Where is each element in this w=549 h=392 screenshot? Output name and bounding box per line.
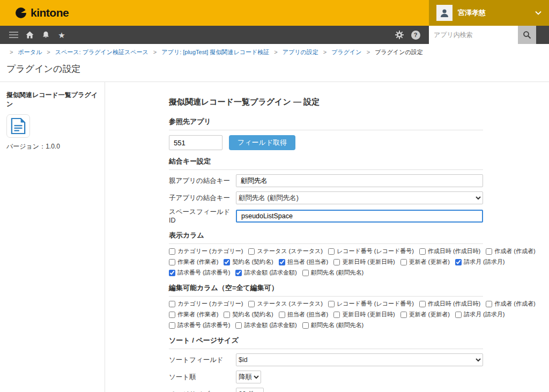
editable-column-checkbox[interactable] bbox=[455, 312, 462, 318]
display-column-checkbox[interactable] bbox=[248, 248, 255, 255]
section-display-columns: 表示カラム カテゴリー (カテゴリー) ステータス (ステータス) bbox=[169, 231, 483, 277]
page-title-bar: プラグインの設定 bbox=[0, 58, 549, 82]
breadcrumb-item: > プラグイン bbox=[320, 49, 363, 55]
editable-column-label: 顧問先名 (顧問先名) bbox=[311, 321, 363, 329]
editable-column-checkbox[interactable] bbox=[328, 301, 335, 307]
breadcrumb-link[interactable]: スペース: プラグイン検証スペース bbox=[55, 49, 149, 55]
editable-column-item[interactable]: カテゴリー (カテゴリー) bbox=[169, 300, 243, 308]
editable-column-item[interactable]: 顧問先名 (顧問先名) bbox=[302, 321, 363, 329]
editable-column-checkbox[interactable] bbox=[169, 322, 175, 329]
breadcrumb-link[interactable]: プラグイン bbox=[331, 49, 361, 55]
display-column-label: 顧問先名 (顧問先名) bbox=[311, 269, 363, 277]
display-column-checkbox[interactable] bbox=[169, 259, 175, 265]
section-heading-display-columns: 表示カラム bbox=[169, 231, 483, 244]
editable-column-item[interactable]: 請求金額 (請求金額) bbox=[235, 321, 296, 329]
editable-column-item[interactable]: 作成日時 (作成日時) bbox=[419, 300, 480, 308]
display-column-item[interactable]: レコード番号 (レコード番号) bbox=[328, 247, 414, 255]
display-column-item[interactable]: 作業者 (作業者) bbox=[169, 258, 218, 266]
editable-column-label: 作成日時 (作成日時) bbox=[428, 300, 480, 308]
user-menu[interactable]: 宮澤孝慈 bbox=[429, 0, 549, 26]
breadcrumb-link[interactable]: ポータル bbox=[18, 49, 42, 55]
display-column-label: 請求月 (請求月) bbox=[464, 258, 505, 266]
display-column-checkbox[interactable] bbox=[486, 248, 492, 255]
display-column-item[interactable]: 請求金額 (請求金額) bbox=[235, 269, 296, 277]
editable-column-item[interactable]: 更新者 (更新者) bbox=[400, 310, 450, 319]
hamburger-menu-icon[interactable] bbox=[5, 26, 21, 44]
breadcrumb-separator: > bbox=[367, 49, 370, 55]
search-button[interactable] bbox=[518, 26, 536, 44]
settings-gear-icon[interactable] bbox=[391, 26, 407, 44]
display-column-item[interactable]: 担当者 (担当者) bbox=[279, 258, 328, 266]
display-column-item[interactable]: 顧問先名 (顧問先名) bbox=[302, 269, 363, 277]
page-size-select[interactable]: 20 件 bbox=[236, 388, 264, 392]
app-id-input[interactable] bbox=[169, 135, 222, 150]
editable-column-label: 作成者 (作成者) bbox=[494, 300, 535, 308]
display-column-item[interactable]: 更新日時 (更新日時) bbox=[333, 258, 395, 266]
editable-column-item[interactable]: 請求月 (請求月) bbox=[455, 310, 505, 319]
sort-field-label: ソートフィールド bbox=[169, 356, 236, 365]
fetch-fields-button[interactable]: フィールド取得 bbox=[229, 135, 295, 150]
editable-column-checkbox[interactable] bbox=[419, 301, 426, 307]
editable-column-checkbox[interactable] bbox=[235, 322, 242, 329]
display-column-item[interactable]: 請求番号 (請求番号) bbox=[169, 269, 230, 277]
editable-column-item[interactable]: 更新日時 (更新日時) bbox=[333, 310, 395, 319]
kintone-logo[interactable]: kintone bbox=[15, 6, 69, 19]
display-column-item[interactable]: 請求月 (請求月) bbox=[455, 258, 505, 266]
editable-column-item[interactable]: 契約名 (契約名) bbox=[224, 310, 273, 319]
editable-column-checkbox[interactable] bbox=[279, 312, 285, 318]
display-column-item[interactable]: 作成者 (作成者) bbox=[486, 247, 535, 255]
editable-column-checkbox[interactable] bbox=[486, 301, 492, 307]
section-heading-reference-app: 参照先アプリ bbox=[169, 117, 483, 130]
display-column-checkbox[interactable] bbox=[169, 248, 175, 255]
editable-column-checkbox[interactable] bbox=[169, 312, 175, 318]
global-navbar: ★ ? bbox=[0, 26, 549, 44]
search-input[interactable] bbox=[429, 26, 518, 44]
kintone-logo-icon bbox=[15, 7, 27, 19]
display-column-checkbox[interactable] bbox=[333, 259, 340, 265]
display-column-item[interactable]: 更新者 (更新者) bbox=[400, 258, 450, 266]
child-key-select[interactable]: 顧問先名 (顧問先名) bbox=[236, 191, 483, 204]
editable-column-checkbox[interactable] bbox=[333, 312, 340, 318]
display-column-item[interactable]: カテゴリー (カテゴリー) bbox=[169, 247, 243, 255]
editable-column-checkbox[interactable] bbox=[224, 312, 230, 318]
editable-column-item[interactable]: 作成者 (作成者) bbox=[486, 300, 535, 308]
display-column-checkbox[interactable] bbox=[169, 270, 175, 276]
editable-column-checkbox[interactable] bbox=[248, 301, 255, 307]
help-icon[interactable]: ? bbox=[407, 26, 424, 44]
display-column-checkbox[interactable] bbox=[235, 270, 242, 276]
editable-column-checkbox[interactable] bbox=[302, 322, 309, 329]
home-icon[interactable] bbox=[21, 26, 38, 44]
content-area: 擬似関連レコード一覧プラグイン バージョン：1.0.0 擬似関連レコード一覧プラ… bbox=[0, 82, 549, 392]
editable-column-checkbox[interactable] bbox=[400, 312, 407, 318]
notification-bell-icon[interactable] bbox=[38, 26, 54, 44]
display-column-item[interactable]: ステータス (ステータス) bbox=[248, 247, 322, 255]
breadcrumb-link[interactable]: アプリ: [plugTest] 擬似関連レコード検証 bbox=[161, 49, 269, 55]
editable-column-item[interactable]: レコード番号 (レコード番号) bbox=[328, 300, 414, 308]
editable-column-item[interactable]: 作業者 (作業者) bbox=[169, 310, 218, 319]
display-column-item[interactable]: 契約名 (契約名) bbox=[224, 258, 273, 266]
editable-column-item[interactable]: ステータス (ステータス) bbox=[248, 300, 322, 308]
editable-column-label: カテゴリー (カテゴリー) bbox=[177, 300, 243, 308]
breadcrumb-item: > プラグインの設定 bbox=[363, 49, 423, 55]
parent-key-input[interactable] bbox=[236, 174, 483, 187]
display-column-item[interactable]: 作成日時 (作成日時) bbox=[419, 247, 480, 255]
breadcrumb-link[interactable]: アプリの設定 bbox=[283, 49, 318, 55]
sort-field-select[interactable]: $id bbox=[236, 353, 483, 366]
section-heading-sort-pagesize: ソート / ページサイズ bbox=[169, 336, 483, 349]
page-size-row: ページサイズ 20 件 bbox=[169, 387, 483, 392]
display-column-checkbox[interactable] bbox=[455, 259, 462, 265]
editable-column-checkbox[interactable] bbox=[169, 301, 175, 307]
display-column-checkbox[interactable] bbox=[419, 248, 426, 255]
sort-order-select[interactable]: 降順 bbox=[236, 371, 261, 383]
display-column-checkbox[interactable] bbox=[328, 248, 335, 255]
editable-column-label: 契約名 (契約名) bbox=[232, 310, 273, 319]
favorite-star-icon[interactable]: ★ bbox=[54, 26, 70, 44]
display-column-checkbox[interactable] bbox=[400, 259, 407, 265]
editable-column-item[interactable]: 担当者 (担当者) bbox=[279, 310, 328, 319]
space-field-input[interactable] bbox=[236, 210, 483, 223]
display-column-checkbox[interactable] bbox=[279, 259, 285, 265]
display-column-checkbox[interactable] bbox=[224, 259, 230, 265]
display-column-checkbox[interactable] bbox=[302, 270, 309, 276]
display-column-label: 更新者 (更新者) bbox=[409, 258, 450, 266]
editable-column-item[interactable]: 請求番号 (請求番号) bbox=[169, 321, 230, 329]
